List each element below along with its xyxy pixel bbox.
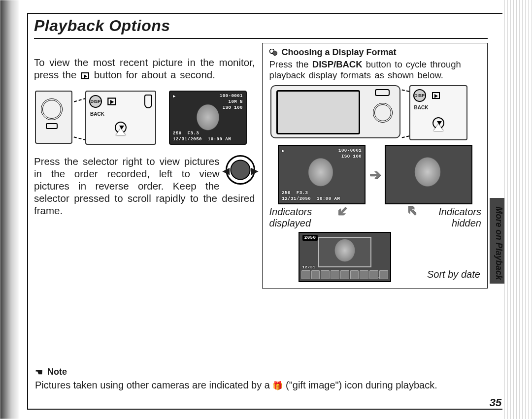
preview-sort-by-date: 2050 2/15 12/31 xyxy=(299,232,391,282)
cycle-arrow-upleft-icon: ➔ xyxy=(333,202,353,222)
cycle-arrow-downleft-icon: ➔ xyxy=(402,202,422,222)
svg-point-1 xyxy=(272,51,277,55)
intro-paragraph: To view the most recent picture in the m… xyxy=(34,56,255,81)
inset-body: Press the DISP/BACK button to cycle thro… xyxy=(269,59,481,81)
note-heading: ☚ Note xyxy=(35,366,67,377)
playback-button xyxy=(107,97,116,105)
content-frame: Playback Options To view the most recent… xyxy=(27,13,502,410)
intro-post: button for about a second. xyxy=(94,69,215,80)
label-indicators-hidden: Indicators hidden xyxy=(432,206,481,229)
back-label: BACK xyxy=(90,111,152,117)
preview-indicators-displayed: ▶ 100-0001 ISO 100 12/31/2050 10:00 AM 2… xyxy=(278,145,366,204)
page-number: 35 xyxy=(484,396,507,409)
label-sort-by-date: Sort by date xyxy=(427,269,481,280)
selector-paragraph: ◀▶ Press the selector right to view pict… xyxy=(34,155,255,217)
right-column: Choosing a Display Format Press the DISP… xyxy=(262,46,488,289)
up-arrow-icon-2 xyxy=(433,124,443,131)
lcd-sample: 100-0001 10M N ISO 100 ▶ 12/31/2050 10:0… xyxy=(169,91,247,145)
binding-shadow xyxy=(0,0,19,419)
section-tab xyxy=(490,198,504,284)
lcd-play: ▶ xyxy=(173,94,176,99)
display-format-inset: Choosing a Display Format Press the DISP… xyxy=(262,43,488,289)
camera-illustration-row: DISP BACK 100-0001 10M N xyxy=(35,91,255,145)
gift-icon: 🎁 xyxy=(272,381,283,390)
camera-controls-closeup: DISP BACK xyxy=(409,85,467,140)
right-hatch-margin xyxy=(504,0,532,419)
note-body: Pictures taken using other cameras are i… xyxy=(35,380,463,391)
page-title: Playback Options xyxy=(34,17,488,39)
camera-edge-drawing xyxy=(35,91,72,144)
camera-back-drawing xyxy=(270,85,400,138)
disp-button: DISP xyxy=(89,95,102,108)
page: Playback Options To view the most recent… xyxy=(0,0,532,419)
note-pointer-icon: ☚ xyxy=(35,367,43,378)
inset-bullet-icon xyxy=(269,48,277,58)
up-arrow-icon xyxy=(116,129,126,135)
playback-button-2 xyxy=(432,92,440,99)
playback-icon xyxy=(81,72,89,79)
labels-and-mid-arrows: Indicators displayed ➔ ➔ Indicators hidd… xyxy=(269,206,481,229)
cycle-arrow-right-icon: ➔ xyxy=(369,166,381,183)
lcd-size: 10M N xyxy=(228,99,243,104)
nav-pad-icon: ◀▶ xyxy=(226,155,255,185)
camera-back-closeup: DISP BACK xyxy=(85,91,156,145)
disp-button-2: DISP xyxy=(413,89,426,102)
preview-indicators-hidden xyxy=(385,145,472,204)
thumbnail-strip xyxy=(301,270,388,279)
preview-row-top: ▶ 100-0001 ISO 100 12/31/2050 10:00 AM 2… xyxy=(269,145,481,204)
inset-heading: Choosing a Display Format xyxy=(269,47,481,58)
preview-row-bottom: 2050 2/15 12/31 Sort by date xyxy=(269,229,481,282)
label-indicators-displayed: Indicators displayed xyxy=(269,206,324,229)
inset-camera-row: DISP BACK xyxy=(270,85,481,140)
left-column: To view the most recent picture in the m… xyxy=(34,46,255,226)
lcd-frame-no: 100-0001 xyxy=(220,94,243,98)
columns: To view the most recent picture in the m… xyxy=(34,46,488,289)
